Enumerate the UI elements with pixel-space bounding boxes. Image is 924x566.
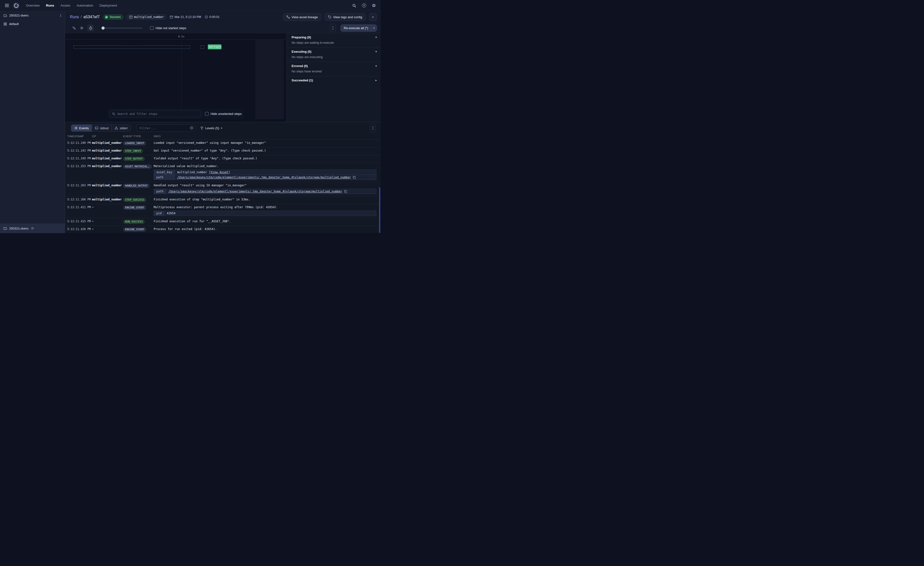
nav-automation[interactable]: Automation — [77, 4, 93, 7]
event-timestamp: 5:12:11.243 PM — [67, 148, 92, 152]
primary-nav: Overview Runs Assets Automation Deployme… — [26, 4, 117, 7]
gantt-view-flat-button[interactable] — [79, 25, 86, 31]
hamburger-menu-button[interactable] — [4, 3, 10, 8]
sidebar-item-default[interactable]: default — [0, 20, 65, 28]
dagster-logo[interactable] — [13, 2, 20, 9]
zoom-slider[interactable] — [102, 25, 142, 31]
hide-not-started-checkbox[interactable]: Hide not started steps — [150, 26, 186, 30]
event-op: multiplied_number — [92, 197, 123, 201]
copy-icon[interactable] — [344, 190, 347, 193]
table-row[interactable]: 5:12:11.411 PM - ENGINE_EVENT Multiproce… — [65, 204, 381, 218]
sidebar-item-workspace[interactable]: 250321-dvers 1 — [0, 11, 65, 20]
log-table-header: TIMESTAMP OP EVENT TYPE INFO — [65, 134, 381, 140]
run-datetime-label: Mar 21, 5:12:10 PM — [174, 15, 201, 19]
event-type-badge: STEP_OUTPUT — [123, 157, 145, 161]
gantt-chart[interactable]: 0.5s multipli.. Hide unselected steps — [65, 33, 286, 122]
event-type-badge: LOADED_INPUT — [123, 141, 146, 146]
step-search — [110, 110, 201, 117]
reexecute-all-button[interactable]: Re-execute all (*) — [341, 25, 371, 31]
app-root: Overview Runs Assets Automation Deployme… — [0, 0, 381, 233]
gantt-zoom-stepper[interactable] — [330, 24, 336, 32]
levels-dropdown[interactable]: Levels (5) ▾ — [200, 126, 222, 130]
list-icon — [74, 126, 78, 130]
nav-overview[interactable]: Overview — [26, 4, 40, 7]
asset-tag[interactable]: multiplied_number — [127, 14, 166, 20]
clear-filter-icon[interactable] — [190, 126, 194, 131]
hide-not-started-label: Hide not started steps — [156, 26, 186, 30]
table-row[interactable]: 5:12:11.240 PM multiplied_number LOADED_… — [65, 140, 381, 148]
event-type-badge: HANDLED_OUTPUT — [123, 184, 150, 188]
run-header: Runs / a5347ef7 Success multiplied_numbe… — [65, 11, 381, 23]
settings-button[interactable]: ⚙ — [371, 2, 377, 9]
gantt-timing-toggle[interactable] — [87, 25, 94, 31]
steps-section-preparing-header[interactable]: Preparing (0) ▾ — [287, 33, 381, 41]
view-asset-link[interactable]: [View Asset] — [209, 170, 230, 174]
folder-icon — [3, 227, 7, 230]
slider-knob[interactable] — [102, 27, 105, 30]
folder-icon — [3, 14, 7, 17]
metadata-key: pid — [154, 211, 164, 216]
event-type-badge: ENGINE_EVENT — [123, 206, 146, 210]
view-asset-lineage-button[interactable]: View asset lineage — [283, 13, 321, 21]
table-row[interactable]: 5:12:11.249 PM multiplied_number STEP_OU… — [65, 155, 381, 163]
log-filter — [136, 124, 195, 132]
nav-assets[interactable]: Assets — [60, 4, 70, 7]
run-actions-button[interactable]: ▾ — [369, 13, 377, 21]
dagster-logo-icon — [13, 2, 20, 9]
steps-section-succeeded: Succeeded (1) ▸ — [287, 76, 381, 84]
event-op: - — [92, 219, 123, 223]
chevron-down-icon: ▾ — [372, 16, 374, 18]
log-filter-input[interactable] — [136, 124, 195, 132]
scrollbar-thumb[interactable] — [379, 187, 380, 233]
tab-events[interactable]: Events — [71, 124, 92, 132]
path-link[interactable]: /Users/smackesey/stm/code/elementl/exper… — [177, 176, 351, 179]
step-search-input[interactable] — [110, 110, 201, 117]
tab-stderr[interactable]: stderr — [111, 124, 131, 132]
table-icon — [129, 15, 132, 19]
sidebar: 250321-dvers 1 default 250321-dvers ⟳ — [0, 11, 65, 233]
chevron-down-icon: ▾ — [220, 127, 222, 129]
copy-icon[interactable] — [353, 176, 356, 179]
col-timestamp: TIMESTAMP — [67, 135, 92, 138]
nav-deployment[interactable]: Deployment — [99, 4, 117, 7]
steps-section-succeeded-header[interactable]: Succeeded (1) ▸ — [287, 76, 381, 84]
top-navbar: Overview Runs Assets Automation Deployme… — [0, 0, 381, 11]
reexecute-dropdown-button[interactable]: ▾ — [371, 25, 376, 31]
view-asset-lineage-label: View asset lineage — [292, 15, 318, 19]
refresh-icon[interactable]: ⟳ — [32, 226, 34, 230]
calendar-icon — [170, 15, 173, 19]
gantt-view-waterfall-button[interactable] — [71, 25, 77, 31]
nav-right-controls: ? ⚙ — [351, 2, 377, 9]
chevron-down-icon: ▾ — [375, 50, 377, 53]
help-button[interactable]: ? — [361, 2, 367, 9]
search-button[interactable] — [351, 3, 357, 9]
log-tabs: Events stdout stderr — [71, 124, 131, 132]
table-row[interactable]: 5:12:11.243 PM multiplied_number STEP_IN… — [65, 148, 381, 155]
item-count: 1 — [60, 14, 62, 17]
table-row[interactable]: 5:12:11.263 PM multiplied_number HANDLED… — [65, 182, 381, 196]
table-row[interactable]: 5:12:11.415 PM - RUN_SUCCESS Finished ex… — [65, 218, 381, 226]
table-row[interactable]: 5:12:11.426 PM - ENGINE_EVENT Process fo… — [65, 226, 381, 233]
path-link[interactable]: /Users/smackesey/stm/code/elementl/exper… — [168, 190, 342, 193]
chevron-right-icon: ▸ — [375, 79, 377, 81]
section-empty-text: No steps are waiting to execute — [287, 41, 381, 47]
tab-stdout[interactable]: stdout — [92, 124, 112, 132]
event-timestamp: 5:12:11.249 PM — [67, 156, 92, 160]
steps-section-errored-header[interactable]: Errored (0) ▾ — [287, 62, 381, 69]
view-tags-config-button[interactable]: View tags and config — [325, 13, 366, 21]
breadcrumb-separator: / — [81, 15, 82, 19]
event-info: Finished execution of run for "__ASSET_J… — [154, 220, 231, 223]
hide-unselected-checkbox[interactable]: Hide unselected steps — [205, 112, 242, 116]
gantt-step-bar[interactable]: multipli.. — [208, 44, 221, 49]
nav-runs[interactable]: Runs — [46, 4, 54, 7]
log-expand-button[interactable] — [370, 124, 376, 132]
status-badge: Success — [103, 15, 123, 20]
breadcrumb-runs-link[interactable]: Runs — [70, 15, 79, 19]
section-title: Preparing (0) — [292, 35, 311, 39]
sidebar-footer[interactable]: 250321-dvers ⟳ — [0, 223, 65, 233]
steps-section-executing-header[interactable]: Executing (0) ▾ — [287, 48, 381, 55]
event-type-badge: ASSET_MATERIALI… — [123, 164, 152, 169]
table-row[interactable]: 5:12:11.266 PM multiplied_number STEP_SU… — [65, 196, 381, 204]
table-row[interactable]: 5:12:11.253 PM multiplied_number ASSET_M… — [65, 163, 381, 182]
event-info: Loaded input "versioned_number" using in… — [154, 141, 266, 145]
